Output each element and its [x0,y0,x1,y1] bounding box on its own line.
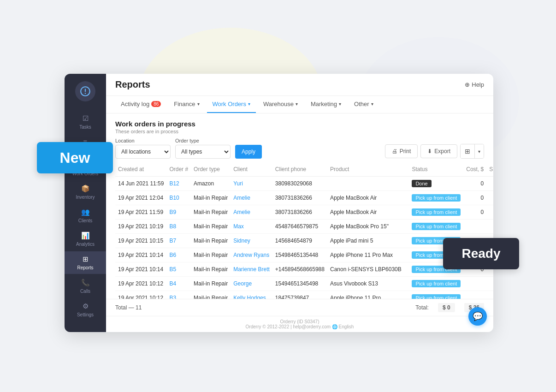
client-link[interactable]: Marienne Brett [233,266,270,273]
cell-sum [486,291,493,299]
warehouse-chevron-icon: ▾ [296,101,298,107]
cell-created-at: 19 Apr 2021 10:12 [115,291,166,299]
table-row: 14 Jun 2021 11:59 B12 Amazon Yuri 380983… [115,177,493,191]
sidebar-item-inventory[interactable]: 📦 Inventory [65,181,106,203]
sidebar-item-reports[interactable]: ⊞ Reports [65,251,106,274]
cell-status: Done [409,177,463,191]
tab-other[interactable]: Other ▾ [349,96,379,113]
sidebar-item-settings[interactable]: ⚙ Settings [65,298,106,321]
tab-warehouse[interactable]: Warehouse ▾ [258,96,303,113]
cell-sum: 0 [486,191,493,205]
help-button[interactable]: ⊕ Help [465,81,484,88]
client-link[interactable]: Sidney [233,238,250,244]
cell-product: Apple iPhone 11 Pro [327,291,409,299]
order-link[interactable]: B6 [169,252,176,258]
cell-client-phone: 145684654879 [272,234,327,248]
sidebar-item-calls[interactable]: 📞 Calls [65,275,106,297]
order-type-filter-group: Order type All types [175,138,231,159]
total-right-label: Total: [415,304,429,311]
section-header: Work orders in progress These orders are… [106,113,493,138]
cell-cost: 0 [463,191,486,205]
cell-sum: 0 [486,205,493,220]
sidebar-item-analytics[interactable]: 📊 Analytics [65,228,106,250]
sidebar-logo[interactable] [75,81,95,101]
tab-activity-log-label: Activity log [121,101,149,107]
tab-marketing-label: Marketing [311,101,337,107]
client-link[interactable]: Yuri [233,180,243,187]
sidebar-item-tasks[interactable]: ☑ Tasks [65,111,106,133]
tab-work-orders[interactable]: Work Orders ▾ [207,96,256,113]
table-row: 19 Apr 2021 11:59 B9 Mail-in Repair Amel… [115,205,493,220]
cell-sum [486,277,493,291]
cell-product: Apple iPad mini 5 [327,234,409,248]
grid-view-chevron[interactable]: ▾ [474,144,484,158]
order-link[interactable]: B3 [169,295,176,299]
view-toggle: ⊞ ▾ [460,144,484,159]
sidebar-item-clients[interactable]: 👥 Clients [65,204,106,227]
tab-activity-log[interactable]: Activity log 86 [115,96,166,113]
chat-button[interactable]: 💬 [468,307,487,326]
apply-button[interactable]: Apply [235,145,262,159]
export-button[interactable]: ⬇ Export [420,144,457,158]
export-label: Export [434,148,450,154]
client-link[interactable]: Amelie [233,209,250,215]
order-link[interactable]: B10 [169,195,179,201]
cell-client: Sidney [231,234,272,248]
cell-client: Andrew Ryans [231,248,272,262]
table-footer: Total — 11 Total: $ 0 $ 36 [106,299,493,316]
order-link[interactable]: B7 [169,238,176,244]
actions-right: 🖨 Print ⬇ Export ⊞ ▾ [385,144,484,159]
cell-client: Max [231,220,272,234]
status-badge: Pick up from client [412,280,461,287]
cell-status: Pick up from client [409,205,463,220]
table-row: 19 Apr 2021 10:12 B4 Mail-in Repair Geor… [115,277,493,291]
order-link[interactable]: B9 [169,209,176,215]
chat-icon: 💬 [473,311,483,321]
print-button[interactable]: 🖨 Print [385,144,418,158]
location-filter-group: Location All locations [115,138,171,159]
calls-icon: 📞 [81,279,90,287]
total-count: Total — 11 [115,304,142,311]
client-link[interactable]: Max [233,223,244,230]
other-chevron-icon: ▾ [371,101,373,107]
print-label: Print [400,148,411,154]
tab-finance[interactable]: Finance ▾ [168,96,205,113]
export-icon: ⬇ [427,148,432,154]
cell-order-type: Mail-in Repair [191,291,231,299]
order-link[interactable]: B12 [169,180,179,187]
cell-product: Apple MacBook Air [327,191,409,205]
section-title: Work orders in progress [115,120,484,128]
order-link[interactable]: B5 [169,266,176,273]
order-link[interactable]: B4 [169,280,176,287]
section-subtitle: These orders are in process [115,129,484,134]
tab-marketing[interactable]: Marketing ▾ [305,96,347,113]
cell-order-num: B7 [166,234,191,248]
client-link[interactable]: Kelly Hodges [233,295,266,299]
status-badge: Pick up from client [412,194,461,202]
cell-created-at: 19 Apr 2021 10:15 [115,234,166,248]
cell-order-type: Mail-in Repair [191,248,231,262]
cell-order-type: Mail-in Repair [191,234,231,248]
client-link[interactable]: Andrew Ryans [233,252,269,258]
app-container: ☑ Tasks ≡ Leads 📋 Work Orders 📦 Inventor… [65,74,493,332]
location-select[interactable]: All locations [115,145,171,159]
cell-order-type: Mail-in Repair [191,205,231,220]
sidebar-item-label-settings: Settings [77,312,94,317]
ready-tooltip: Ready [443,238,519,269]
order-type-select[interactable]: All types [175,145,231,159]
order-link[interactable]: B8 [169,223,176,230]
cell-cost: 0 [463,205,486,220]
client-link[interactable]: George [233,280,252,287]
cell-client: Kelly Hodges [231,291,272,299]
col-created-at: Created at [115,162,166,177]
cell-created-at: 19 Apr 2021 10:12 [115,277,166,291]
cell-product: Asus Vivobook S13 [327,277,409,291]
grid-view-button[interactable]: ⊞ [461,144,474,158]
filters-row: Location All locations Order type All ty… [106,138,493,162]
cell-product [327,177,409,191]
client-link[interactable]: Amelie [233,195,250,201]
logo-icon [79,85,91,97]
cell-created-at: 14 Jun 2021 11:59 [115,177,166,191]
tab-other-label: Other [354,101,369,107]
cell-client: Amelie [231,205,272,220]
